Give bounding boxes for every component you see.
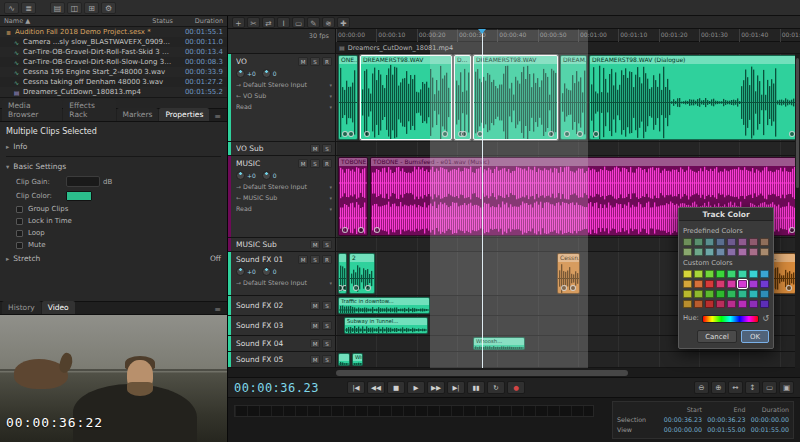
color-swatch[interactable] (749, 248, 758, 256)
color-swatch[interactable] (738, 270, 747, 278)
track-header-sound-fx-04[interactable]: Sound FX 04MS (228, 336, 336, 352)
color-swatch[interactable] (738, 248, 747, 256)
color-swatch[interactable] (738, 300, 747, 308)
solo-button[interactable]: S (322, 144, 332, 153)
solo-button[interactable]: S (310, 255, 320, 264)
playhead[interactable] (482, 29, 483, 368)
record-arm-button[interactable]: R (322, 159, 332, 168)
play-button[interactable]: ▶ (407, 381, 425, 394)
file-row[interactable]: ∿Cessna 195 Engine Start_2-48000 3.wav00… (0, 67, 227, 77)
record-arm-button[interactable]: R (322, 255, 332, 264)
color-swatch[interactable] (683, 280, 692, 288)
track-name[interactable]: Sound FX 03 (236, 321, 308, 330)
record-arm-button[interactable]: R (322, 57, 332, 66)
marquee-tool-icon[interactable]: ▭ (292, 17, 305, 28)
zoom-in-icon[interactable]: ⊕ (711, 381, 726, 394)
color-swatch[interactable] (760, 300, 769, 308)
zoom-vertical-icon[interactable]: ↕ (745, 381, 760, 394)
skip-to-end-button[interactable]: ▶| (447, 381, 465, 394)
column-name[interactable]: Name ▲ (4, 17, 137, 25)
clip[interactable]: ONE... (338, 55, 358, 140)
color-swatch[interactable] (694, 300, 703, 308)
mute-button[interactable]: M (298, 57, 308, 66)
solo-button[interactable]: S (322, 339, 332, 348)
color-swatch[interactable] (738, 290, 747, 298)
clip[interactable]: DREAMERST98.WAV (473, 55, 558, 140)
waveform-editor-icon[interactable]: ∿ (4, 2, 19, 14)
color-swatch[interactable] (716, 248, 725, 256)
selection-duration[interactable]: 00:00:00.00 (746, 416, 790, 423)
dialog-title[interactable]: Track Color (679, 208, 773, 221)
color-swatch[interactable] (683, 300, 692, 308)
track-output-row[interactable]: ←VO Sub▾ (236, 90, 332, 101)
track-lane[interactable] (336, 142, 800, 156)
color-swatch[interactable] (705, 238, 714, 246)
panels-icon[interactable]: ◫ (67, 2, 82, 14)
clip-color-swatch[interactable] (66, 191, 92, 201)
clip[interactable]: 2 (349, 253, 375, 294)
stop-button[interactable]: ■ (387, 381, 405, 394)
track-name[interactable]: VO (236, 57, 296, 66)
vertical-scrollbar[interactable] (795, 54, 800, 368)
color-swatch[interactable] (749, 300, 758, 308)
zoom-out-icon[interactable]: ⊖ (694, 381, 709, 394)
hue-slider[interactable] (702, 315, 759, 323)
track-name[interactable]: Sound FX 01 (236, 255, 296, 264)
color-swatch[interactable] (738, 280, 747, 288)
track-input-row[interactable]: →Default Stereo Input▾ (236, 277, 332, 288)
clip[interactable]: Whoosh... (473, 337, 525, 350)
color-swatch[interactable] (694, 290, 703, 298)
brush-tool-icon[interactable]: ≋ (322, 17, 335, 28)
slip-tool-icon[interactable]: ⇄ (262, 17, 275, 28)
track-output[interactable]: MUSIC Sub (243, 194, 327, 201)
mute-button[interactable]: M (310, 339, 320, 348)
zoom-fit-icon[interactable]: ▭ (762, 381, 777, 394)
fade-in-handle[interactable] (561, 285, 567, 291)
track-color-tab[interactable] (228, 296, 231, 315)
clip[interactable] (338, 253, 347, 294)
track-color-tab[interactable] (228, 336, 231, 351)
track-lane[interactable]: Wind Whoosh... (336, 352, 800, 368)
panel-menu-icon[interactable]: ≡ (210, 305, 225, 314)
color-swatch[interactable] (760, 290, 769, 298)
color-swatch[interactable] (760, 280, 769, 288)
track-color-tab[interactable] (228, 238, 231, 251)
panel-menu-icon[interactable]: ≡ (210, 112, 225, 121)
timeline-ruler[interactable]: 00:00:0000:00:1000:00:2000:00:3000:00:40… (336, 29, 800, 42)
color-swatch[interactable] (683, 270, 692, 278)
volume-knob[interactable] (236, 267, 245, 276)
color-swatch[interactable] (694, 238, 703, 246)
fade-out-handle[interactable] (365, 285, 371, 291)
color-swatch[interactable] (716, 280, 725, 288)
fade-in-handle[interactable] (593, 131, 599, 137)
clip[interactable]: DREAM... (560, 55, 587, 140)
automation-mode[interactable]: Read (236, 205, 327, 212)
automation-mode[interactable]: Read (236, 103, 327, 110)
video-track-header[interactable] (228, 42, 336, 54)
solo-button[interactable]: S (322, 240, 332, 249)
color-swatch[interactable] (727, 238, 736, 246)
track-color-tab[interactable] (228, 54, 231, 141)
track-header-music-sub[interactable]: MUSIC SubMS (228, 238, 336, 252)
automation-mode-row[interactable]: Read▾ (236, 203, 332, 214)
file-row[interactable]: ▤Dreamers_CutDown_180813.mp400:01:55.2 (0, 87, 227, 97)
track-header-vo-sub[interactable]: VO SubMS (228, 142, 336, 156)
clip-gain-input[interactable] (66, 176, 100, 187)
clip[interactable]: D... (454, 55, 471, 140)
cancel-button[interactable]: Cancel (697, 330, 737, 343)
rewind-button[interactable]: ◀◀ (367, 381, 385, 394)
track-input[interactable]: Default Stereo Input (243, 81, 327, 88)
color-swatch[interactable] (727, 290, 736, 298)
fade-out-handle[interactable] (442, 131, 448, 137)
color-swatch[interactable] (694, 270, 703, 278)
fade-out-handle[interactable] (577, 131, 583, 137)
selection-start[interactable]: 00:00:36.23 (659, 416, 703, 423)
track-name[interactable]: MUSIC (236, 159, 296, 168)
track-header-sound-fx-03[interactable]: Sound FX 03MS (228, 316, 336, 336)
color-swatch[interactable] (749, 270, 758, 278)
track-name[interactable]: Sound FX 02 (236, 301, 308, 310)
track-name[interactable]: MUSIC Sub (236, 240, 308, 249)
lasso-tool-icon[interactable]: ✎ (307, 17, 320, 28)
color-swatch[interactable] (716, 238, 725, 246)
ok-button[interactable]: OK (741, 330, 769, 343)
